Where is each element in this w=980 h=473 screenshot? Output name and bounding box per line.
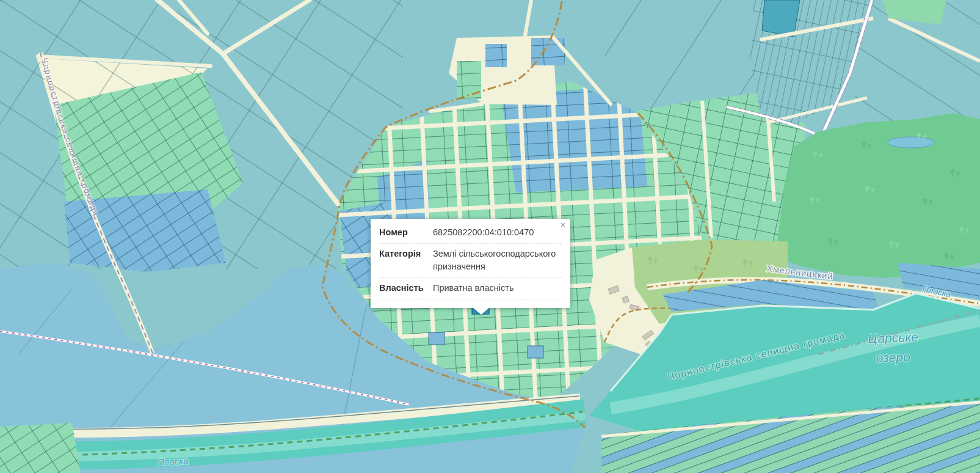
cells-blue-top2	[485, 44, 507, 67]
popup-pointer	[473, 308, 489, 315]
forest-pond	[888, 137, 934, 148]
popup-value-category: Землі сільськогосподарського призначення	[433, 248, 562, 273]
popup-label-number: Номер	[379, 226, 433, 239]
lake-name-line1: Царське	[868, 330, 918, 346]
parcel-dark-teal	[762, 0, 800, 37]
lake-name-line2: озеро	[876, 350, 910, 365]
popup-value-ownership: Приватна власність	[433, 282, 562, 295]
cadastral-map-view: Чорноострівська селищна громада Хмельниц…	[0, 0, 980, 473]
popup-row-ownership: Власність Приватна власність	[379, 278, 562, 299]
parcels-bottom-left	[0, 423, 81, 473]
popup-row-category: Категорія Землі сільськогосподарського п…	[379, 244, 562, 278]
close-icon[interactable]: ×	[561, 220, 565, 230]
popup-row-number: Номер 6825082200:04:010:0470	[379, 222, 562, 244]
popup-label-ownership: Власність	[379, 282, 433, 295]
popup-value-number: 6825082200:04:010:0470	[433, 226, 562, 239]
river-label-left: Плоска	[157, 455, 188, 468]
parcel-info-popup: × Номер 6825082200:04:010:0470 Категорія…	[371, 219, 570, 308]
popup-label-category: Категорія	[379, 248, 433, 273]
